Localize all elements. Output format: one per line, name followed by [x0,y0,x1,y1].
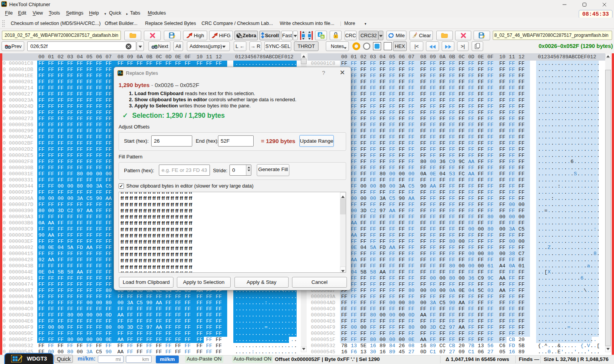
svg-text:B: B [321,35,324,39]
